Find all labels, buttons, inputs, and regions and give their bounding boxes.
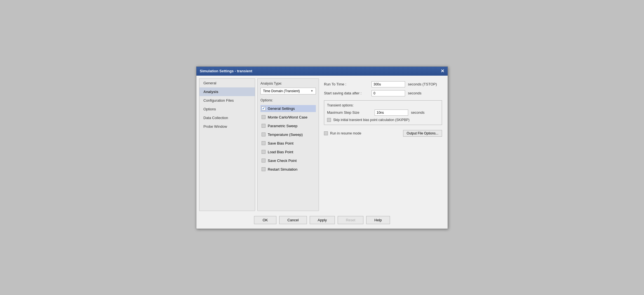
- start-saving-unit: seconds: [408, 91, 421, 95]
- sidebar: General Analysis Configuration Files Opt…: [199, 78, 255, 211]
- skip-checkbox-row: Skip initial transient bias point calcul…: [327, 118, 439, 122]
- option-parametric-sweep[interactable]: Parametric Sweep: [260, 122, 316, 129]
- title-bar: Simulation Settings - transient ✕: [196, 67, 448, 76]
- right-panel: Run To Time : seconds (TSTOP) Start savi…: [321, 78, 445, 211]
- option-label-temperature-sweep: Temperature (Sweep): [268, 133, 303, 137]
- sidebar-item-options[interactable]: Options: [199, 105, 255, 113]
- checkbox-monte-carlo: [262, 115, 265, 119]
- analysis-type-select[interactable]: Time Domain (Transient) ▼: [260, 88, 316, 94]
- resume-checkbox[interactable]: [324, 131, 328, 135]
- close-button[interactable]: ✕: [441, 69, 444, 73]
- reset-button[interactable]: Reset: [338, 216, 363, 224]
- checkbox-save-bias-point: [262, 141, 265, 145]
- run-to-time-label: Run To Time :: [324, 82, 369, 86]
- option-restart-simulation[interactable]: Restart Simulation: [260, 166, 316, 173]
- max-step-label: Maximum Step Size: [327, 110, 372, 115]
- max-step-unit: seconds: [411, 110, 424, 115]
- transient-options-title: Transient options:: [327, 103, 439, 107]
- options-label: Options:: [260, 98, 316, 102]
- option-load-bias-point[interactable]: Load Bias Point: [260, 148, 316, 155]
- start-saving-label: Start saving data after :: [324, 91, 369, 95]
- run-to-time-row: Run To Time : seconds (TSTOP): [324, 81, 442, 87]
- dialog-body: General Analysis Configuration Files Opt…: [196, 76, 448, 229]
- button-bar: OK Cancel Apply Reset Help: [199, 213, 445, 226]
- option-save-bias-point[interactable]: Save Bias Point: [260, 140, 316, 147]
- run-to-time-unit: seconds (TSTOP): [408, 82, 437, 86]
- sidebar-item-configuration-files[interactable]: Configuration Files: [199, 96, 255, 105]
- option-label-save-check-point: Save Check Point: [268, 159, 297, 163]
- option-save-check-point[interactable]: Save Check Point: [260, 157, 316, 164]
- output-file-options-button[interactable]: Output File Options...: [403, 130, 442, 137]
- option-temperature-sweep[interactable]: Temperature (Sweep): [260, 131, 316, 138]
- option-general-settings[interactable]: ✓ General Settings: [260, 105, 316, 112]
- start-saving-input[interactable]: [372, 90, 405, 96]
- run-to-time-input[interactable]: [372, 81, 405, 87]
- option-label-general-settings: General Settings: [268, 106, 295, 111]
- ok-button[interactable]: OK: [254, 216, 276, 224]
- resume-row: Run in resume mode Output File Options..…: [324, 130, 442, 137]
- checkbox-restart-simulation: [262, 167, 265, 171]
- center-panel: Analysis Type: Time Domain (Transient) ▼…: [257, 78, 319, 211]
- analysis-type-label: Analysis Type:: [260, 82, 316, 85]
- chevron-down-icon: ▼: [311, 89, 313, 92]
- option-label-restart-simulation: Restart Simulation: [268, 167, 297, 171]
- option-monte-carlo[interactable]: Monte Carlo/Worst Case: [260, 114, 316, 121]
- sidebar-item-data-collection[interactable]: Data Collection: [199, 113, 255, 122]
- checkbox-save-check-point: [262, 159, 265, 162]
- transient-options-box: Transient options: Maximum Step Size sec…: [324, 100, 442, 125]
- option-label-save-bias-point: Save Bias Point: [268, 141, 293, 145]
- max-step-input[interactable]: [375, 110, 408, 116]
- option-label-parametric-sweep: Parametric Sweep: [268, 124, 297, 128]
- checkbox-temperature-sweep: [262, 133, 265, 136]
- sidebar-item-analysis[interactable]: Analysis: [199, 87, 255, 96]
- dialog-title: Simulation Settings - transient: [200, 69, 252, 73]
- sidebar-item-general[interactable]: General: [199, 79, 255, 87]
- skip-checkbox-label: Skip initial transient bias point calcul…: [333, 118, 410, 122]
- main-content: General Analysis Configuration Files Opt…: [199, 78, 445, 211]
- option-label-load-bias-point: Load Bias Point: [268, 150, 293, 154]
- analysis-type-value: Time Domain (Transient): [263, 89, 300, 93]
- checkbox-general-settings: ✓: [262, 106, 265, 110]
- resume-label: Run in resume mode: [330, 131, 361, 135]
- start-saving-row: Start saving data after : seconds: [324, 90, 442, 96]
- sidebar-item-probe-window[interactable]: Probe Window: [199, 122, 255, 131]
- skip-checkbox[interactable]: [327, 118, 331, 122]
- resume-checkbox-group: Run in resume mode: [324, 131, 361, 135]
- checkbox-parametric-sweep: [262, 124, 265, 128]
- checkbox-load-bias-point: [262, 150, 265, 154]
- option-label-monte-carlo: Monte Carlo/Worst Case: [268, 115, 307, 119]
- simulation-settings-dialog: Simulation Settings - transient ✕ Genera…: [196, 66, 448, 229]
- max-step-row: Maximum Step Size seconds: [327, 110, 439, 116]
- apply-button[interactable]: Apply: [310, 216, 335, 224]
- help-button[interactable]: Help: [366, 216, 390, 224]
- cancel-button[interactable]: Cancel: [279, 216, 307, 224]
